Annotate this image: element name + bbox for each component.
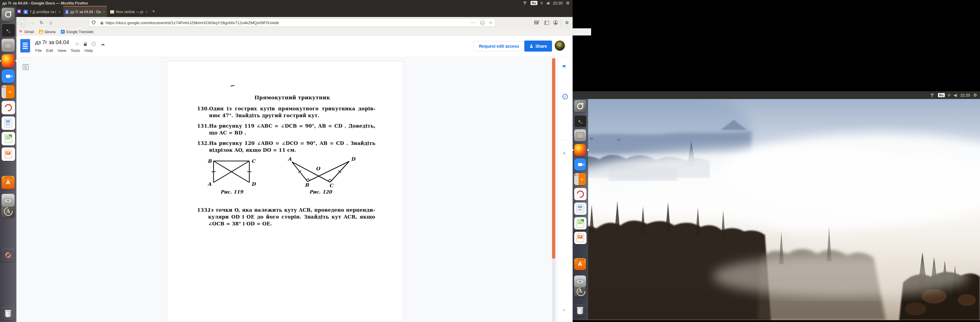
svg-text:C: C: [251, 158, 256, 164]
tab-close-icon[interactable]: ×: [58, 10, 60, 14]
document-scrollbar[interactable]: [552, 58, 555, 322]
account-avatar[interactable]: [555, 41, 565, 51]
keyboard-layout-indicator[interactable]: Ru: [531, 1, 538, 5]
url-bar[interactable]: https://docs.google.com/document/d/1z74P…: [89, 19, 496, 27]
dock-icon-zoom[interactable]: [2, 70, 14, 83]
tasks-icon[interactable]: ✓: [562, 94, 568, 99]
scrollbar-thumb[interactable]: [552, 58, 555, 259]
dock-icon-software-center[interactable]: A: [574, 258, 586, 270]
running-indicator: [573, 149, 575, 151]
dock-icon-libreoffice-impress[interactable]: [2, 147, 15, 161]
tab-close-icon[interactable]: ×: [103, 10, 105, 14]
dock-icon-okular[interactable]: [2, 101, 15, 114]
tab-docs-active[interactable]: дз 7г за 04.04 - Google D ×: [63, 6, 107, 17]
dock-icon-terminal[interactable]: >_: [574, 115, 587, 127]
figure-120-caption: Рис. 120: [309, 189, 332, 195]
session-gear-icon[interactable]: ⚙: [566, 1, 570, 5]
new-tab-button[interactable]: +: [152, 8, 155, 14]
document-page[interactable]: Прямокутний трикутник 130. Один із гостр…: [167, 61, 403, 322]
tab-photo[interactable]: Моя любов — рожевий ×: [108, 6, 150, 17]
volume-icon[interactable]: ◀)): [954, 94, 957, 97]
dock-icon-zoom[interactable]: [574, 159, 586, 171]
dock-icon-dash-home[interactable]: [2, 8, 14, 21]
bookmark-school[interactable]: Школа: [39, 30, 55, 34]
dock-icon-libreoffice-calc[interactable]: [2, 132, 15, 146]
menu-view[interactable]: View: [57, 48, 66, 53]
dock-icon-firefox[interactable]: [574, 144, 586, 156]
calendar-icon[interactable]: 31: [562, 65, 566, 68]
get-addons-icon[interactable]: +: [562, 150, 566, 157]
keyboard-layout-indicator[interactable]: Ru: [938, 93, 945, 97]
dock-icon-libreoffice-writer[interactable]: [574, 203, 587, 215]
back-button[interactable]: ←: [18, 19, 26, 27]
wifi-icon[interactable]: [522, 1, 527, 5]
dock-icon-system-tools[interactable]: ⚙: [2, 249, 14, 262]
dock-icon-terminal[interactable]: >_: [2, 23, 15, 37]
bookmark-gmail[interactable]: M Gmail: [19, 30, 34, 34]
pocket-icon[interactable]: [480, 21, 485, 25]
dock-icon-file-archive[interactable]: [2, 39, 14, 52]
school-icon: [39, 30, 43, 34]
url-text[interactable]: https://docs.google.com/document/d/1z74P…: [106, 21, 279, 25]
dock-icon-libreoffice-impress[interactable]: [574, 232, 587, 244]
problem-line: ∠OCB = 38° і OD = OE.: [208, 220, 272, 227]
bluetooth-icon[interactable]: Ƀ: [948, 93, 950, 97]
dock-icon-trash[interactable]: [574, 305, 586, 317]
menu-tools[interactable]: Tools: [71, 48, 80, 53]
dock-icon-software-center[interactable]: A: [2, 176, 14, 189]
menu-edit[interactable]: Edit: [46, 48, 53, 53]
dock-icon-disks[interactable]: [2, 194, 14, 207]
request-edit-access-button[interactable]: Request edit access: [474, 41, 525, 51]
tab-algebra[interactable]: ☻ 7-Д алгебра та геометр ×: [21, 6, 63, 17]
hide-side-panel-icon[interactable]: ›: [563, 307, 565, 313]
share-button[interactable]: Share: [524, 41, 552, 52]
problem-line: відрізок AO, якщо DO = 11 см.: [209, 147, 296, 154]
svg-text:A: A: [288, 156, 292, 162]
dock-icon-dash-home[interactable]: [574, 100, 586, 112]
forward-button[interactable]: →: [28, 19, 36, 27]
star-document-icon[interactable]: ☆: [75, 41, 79, 46]
dock-icon-trash[interactable]: [2, 307, 14, 320]
dock-icon-calculator[interactable]: +−=: [2, 85, 14, 98]
clock[interactable]: 22:20: [553, 1, 563, 5]
bluetooth-icon[interactable]: Ƀ: [541, 1, 543, 5]
bookmark-translate[interactable]: А Google Translate: [61, 30, 93, 34]
dock-icon-libreoffice-writer[interactable]: [2, 116, 15, 130]
wifi-icon[interactable]: [930, 93, 935, 97]
focused-indicator: [14, 59, 17, 62]
tracking-shield-icon[interactable]: [92, 21, 95, 25]
saved-cloud-icon: ☁: [100, 41, 105, 46]
menu-hamburger-icon[interactable]: ≡: [563, 19, 571, 27]
share-person-icon: [529, 44, 533, 48]
reload-button[interactable]: ↻: [38, 19, 45, 27]
document-outline-icon[interactable]: [23, 64, 29, 70]
tab-close-icon[interactable]: ×: [145, 10, 148, 14]
restricted-access-icon[interactable]: [84, 44, 87, 46]
session-gear-icon[interactable]: ⚙: [973, 93, 977, 97]
document-area: Прямокутний трикутник 130. Один із гостр…: [0, 57, 557, 322]
page-actions-icon[interactable]: ⋯: [471, 20, 476, 25]
pinned-tab-icon[interactable]: [17, 9, 21, 13]
dock-icon-disks[interactable]: [574, 276, 586, 287]
dock-icon-okular[interactable]: [574, 188, 587, 200]
document-title[interactable]: дз 7г за 04.04: [35, 40, 69, 46]
home-button[interactable]: ⌂: [47, 19, 55, 27]
dock-icon-firefox[interactable]: [2, 54, 14, 67]
translate-icon: А: [61, 30, 65, 34]
menu-file[interactable]: File: [35, 48, 42, 53]
document-info-icon[interactable]: i: [92, 42, 96, 46]
figure-119-caption: Рис. 119: [220, 189, 243, 195]
https-lock-icon[interactable]: [100, 22, 103, 24]
sidebar-icon[interactable]: [543, 19, 550, 27]
dock-icon-libreoffice-calc[interactable]: [574, 217, 587, 230]
clock[interactable]: 22:20: [960, 93, 970, 97]
account-icon[interactable]: [552, 19, 560, 27]
google-docs-logo[interactable]: [20, 39, 30, 52]
volume-icon[interactable]: ◀)): [546, 2, 550, 5]
bookmark-star-icon[interactable]: ☆: [489, 20, 493, 25]
dock-icon-calculator[interactable]: +−=: [574, 173, 586, 185]
library-icon[interactable]: [533, 19, 540, 27]
menu-help[interactable]: Help: [85, 48, 93, 53]
problem-number: 133.: [197, 206, 209, 214]
dock-icon-file-archive[interactable]: [574, 129, 586, 141]
